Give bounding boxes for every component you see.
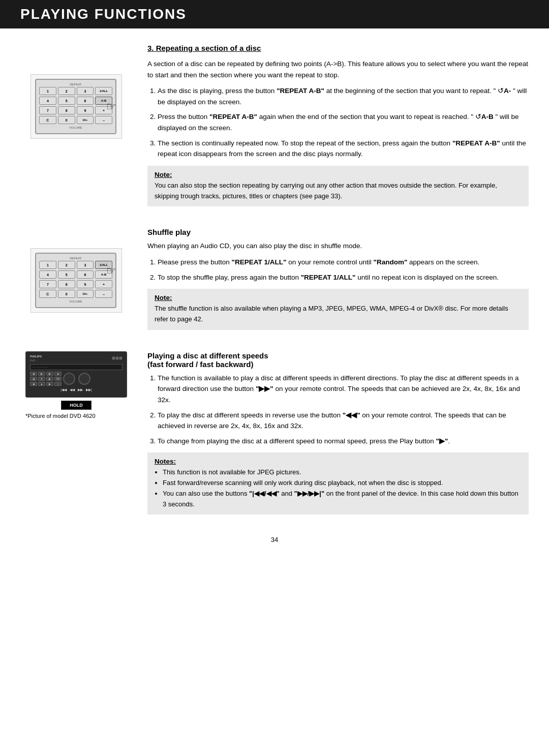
- section-repeat-steps: As the disc is playing, press the button…: [147, 85, 529, 160]
- remote-volume-label-2: VOLUME: [39, 300, 112, 303]
- remote-btn-2-9: 9: [77, 280, 94, 288]
- remote-btn-2-2: 2: [58, 261, 75, 269]
- remote-btn-1all: 1/ALL: [95, 87, 112, 95]
- hand-cursor-2: ☞: [106, 264, 116, 278]
- dvd-player-image: PHILIPS DVD ⊞⊞⊞ — — — —: [25, 351, 127, 398]
- remote-btn-minus: –: [95, 116, 112, 124]
- dvd-prev-btn: |◀◀: [59, 387, 68, 392]
- dvd-next-btn: ▶▶|: [85, 387, 93, 392]
- remote-btn-5: 5: [58, 97, 75, 105]
- remote-btn-8: 8: [58, 106, 75, 114]
- speeds-step-2: To play the disc at different speeds in …: [158, 410, 529, 432]
- note-text-2: The shuffle function is also available w…: [155, 304, 522, 325]
- dvd-btns-row3: ◀ ▲ ▶ +: [30, 382, 62, 386]
- page-header: PLAYING FUNCTIONS: [0, 0, 549, 28]
- note-text-1: You can also stop the section repeating …: [155, 180, 522, 202]
- remote-btn-2-5: 5: [58, 270, 75, 279]
- remote-btn-2-6: 6: [77, 270, 94, 279]
- dvd-player-wrapper: PHILIPS DVD ⊞⊞⊞ — — — —: [25, 351, 127, 419]
- remote-btn-2-4: 4: [39, 270, 56, 279]
- page-title: PLAYING FUNCTIONS: [20, 6, 529, 22]
- remote-btn-1: 1: [39, 87, 56, 95]
- remote-btn-7: 7: [39, 106, 56, 114]
- remote-grid-1: 1 2 3 1/ALL 4 5 6 A-B 7 8 9 + C: [39, 87, 112, 124]
- section-repeat: REPEAT 1 2 3 1/ALL 4 5 6 A-B 7: [20, 44, 529, 216]
- remote-btn-2-c: C: [39, 290, 56, 298]
- dvd-btn-3: ▶: [46, 372, 53, 376]
- remote-btn-9: 9: [77, 106, 94, 114]
- hand-cursor-1: ☞: [106, 100, 116, 113]
- speeds-step-1: The function is available to play a disc…: [158, 373, 529, 406]
- remote-btn-2-7: 7: [39, 280, 56, 288]
- remote-btn-2-3: 3: [77, 261, 94, 269]
- remote-btn-2: 2: [58, 87, 75, 95]
- remote-btn-2-plus: +: [95, 280, 112, 288]
- remote-btn-2-0: 0: [58, 290, 75, 298]
- dvd-display: — — — —: [30, 364, 123, 370]
- remote-btn-2-minus: –: [95, 290, 112, 298]
- section-speeds: PHILIPS DVD ⊞⊞⊞ — — — —: [20, 351, 529, 524]
- dvd-right-icons: ⊞⊞⊞: [112, 355, 123, 362]
- section-speeds-image-col: PHILIPS DVD ⊞⊞⊞ — — — —: [20, 351, 132, 524]
- repeat-step-2: Press the button "REPEAT A-B" again when…: [158, 111, 529, 133]
- dvd-left-btns: ◀ ▶ ▶ ■ ◀ ▼ ▶ OK: [30, 372, 62, 386]
- section-shuffle-steps: Please press the button "REPEAT 1/ALL" o…: [147, 257, 529, 283]
- remote-control-image-1: REPEAT 1 2 3 1/ALL 4 5 6 A-B 7: [30, 74, 122, 139]
- page-number: 34: [20, 536, 529, 554]
- section-speeds-steps: The function is available to play a disc…: [147, 373, 529, 447]
- section-speeds-title: Playing a disc at different speeds (fast…: [147, 351, 529, 369]
- remote-btn-2-8: 8: [58, 280, 75, 288]
- speeds-note-1: This function is not available for JPEG …: [163, 467, 522, 478]
- remote-body-2: REPEAT 1 2 3 1/ALL 4 5 6 A-B 7: [35, 253, 116, 308]
- dvd-circle-2: [78, 373, 90, 385]
- dvd-btn-5: ◀: [30, 377, 37, 381]
- section-shuffle: REPEAT 1 2 3 1/ALL 4 5 6 A-B 7: [20, 228, 529, 339]
- remote-btn-c: C: [39, 116, 56, 124]
- speeds-note-2: Fast forward/reverse scanning will only …: [163, 478, 522, 489]
- dvd-model-small: DVD: [30, 359, 42, 362]
- remote-volume-label: VOLUME: [39, 126, 112, 129]
- speeds-note-3: You can also use the buttons "|◀◀/◀◀" an…: [163, 489, 522, 510]
- remote-grid-2: 1 2 3 1/ALL 4 5 6 A-B 7 8 9 + C: [39, 261, 112, 298]
- section-speeds-notes: Notes: This function is not available fo…: [147, 452, 529, 515]
- remote-btn-10plus: 10+: [77, 116, 94, 124]
- remote-control-image-2: REPEAT 1 2 3 1/ALL 4 5 6 A-B 7: [30, 248, 122, 313]
- section-repeat-intro: A section of a disc can be repeated by d…: [147, 58, 529, 80]
- dvd-transport-bar: |◀◀ ◀◀ ▶▶ ▶▶|: [30, 387, 123, 392]
- dvd-rew-btn: ◀◀: [69, 387, 76, 392]
- section-shuffle-title: Shuffle play: [147, 228, 529, 236]
- section-shuffle-note: Note: The shuffle function is also avail…: [147, 289, 529, 330]
- dvd-btn-4: ■: [54, 372, 62, 376]
- hold-button: HOLD: [61, 401, 92, 410]
- dvd-btn-8: OK: [54, 377, 62, 381]
- dvd-caption: *Picture of model DVD 4620: [25, 413, 127, 419]
- dvd-btn-11: ▶: [46, 382, 53, 386]
- dvd-btn-2: ▶: [38, 372, 45, 376]
- dvd-btn-12: +: [54, 382, 62, 386]
- dvd-brand: PHILIPS: [30, 355, 42, 358]
- section-repeat-note: Note: You can also stop the section repe…: [147, 166, 529, 207]
- speeds-step-3: To change from playing the disc at a dif…: [158, 436, 529, 447]
- remote-btn-3: 3: [77, 87, 94, 95]
- section-repeat-content: 3. Repeating a section of a disc A secti…: [147, 44, 529, 216]
- shuffle-step-2: To stop the shuffle play, press again th…: [158, 272, 529, 283]
- remote-btn-2-1: 1: [39, 261, 56, 269]
- section-speeds-content: Playing a disc at different speeds (fast…: [147, 351, 529, 524]
- repeat-step-1: As the disc is playing, press the button…: [158, 85, 529, 107]
- section-shuffle-intro: When playing an Audio CD, you can also p…: [147, 240, 529, 252]
- note-label-2: Note:: [155, 294, 522, 301]
- dvd-top-bar: PHILIPS DVD ⊞⊞⊞: [30, 355, 123, 362]
- dvd-brand-area: PHILIPS DVD: [30, 355, 42, 362]
- content-area: REPEAT 1 2 3 1/ALL 4 5 6 A-B 7: [0, 44, 549, 574]
- dvd-fwd-btn: ▶▶: [77, 387, 84, 392]
- remote-btn-6: 6: [77, 97, 94, 105]
- remote-btn-0: 0: [58, 116, 75, 124]
- dvd-button-rows: ◀ ▶ ▶ ■ ◀ ▼ ▶ OK: [30, 372, 123, 386]
- dvd-circle-1: [63, 373, 75, 385]
- section-repeat-image-col: REPEAT 1 2 3 1/ALL 4 5 6 A-B 7: [20, 44, 132, 216]
- section-repeat-title: 3. Repeating a section of a disc: [147, 44, 529, 52]
- shuffle-step-1: Please press the button "REPEAT 1/ALL" o…: [158, 257, 529, 268]
- dvd-btn-1: ◀: [30, 372, 37, 376]
- remote-btn-4: 4: [39, 97, 56, 105]
- page-wrapper: PLAYING FUNCTIONS REPEAT 1 2: [0, 0, 549, 756]
